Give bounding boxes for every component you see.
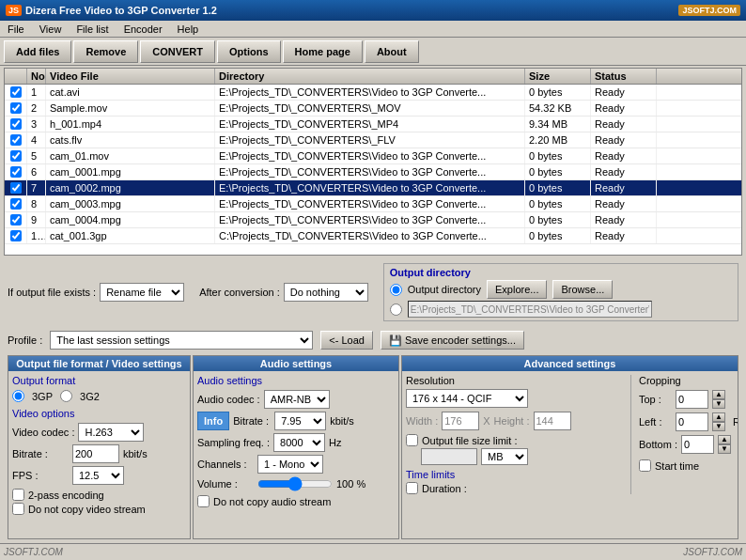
- after-conversion-select[interactable]: Do nothing Open file Shutdown: [284, 283, 368, 302]
- time-limits-label: Time limits: [406, 469, 627, 480]
- audio-codec-label: Audio codec :: [197, 394, 260, 405]
- row-directory: E:\Projects_TD\_CONVERTERS\_MOV: [215, 101, 525, 116]
- convert-button[interactable]: CONVERT: [140, 40, 215, 63]
- table-row[interactable]: 5 cam_01.mov E:\Projects_TD\_CONVERTERS\…: [5, 148, 741, 164]
- table-row[interactable]: 4 cats.flv E:\Projects_TD\_CONVERTERS\_F…: [5, 132, 741, 148]
- bottom-down-btn[interactable]: ▼: [718, 444, 731, 454]
- table-row[interactable]: 9 cam_0004.mpg E:\Projects_TD\_CONVERTER…: [5, 212, 741, 228]
- width-input[interactable]: [442, 412, 479, 430]
- row-checkbox[interactable]: [10, 230, 22, 241]
- table-row[interactable]: 2 Sample.mov E:\Projects_TD\_CONVERTERS\…: [5, 101, 741, 117]
- row-checkbox[interactable]: [10, 86, 22, 98]
- resolution-select[interactable]: 176 x 144 - QCIF 320 x 240 - QVGA 352 x …: [406, 389, 528, 408]
- duration-checkbox[interactable]: [406, 482, 418, 494]
- output-size-checkbox[interactable]: [406, 434, 418, 446]
- load-button[interactable]: <- Load: [320, 331, 373, 350]
- row-filename: cam_0004.mpg: [46, 212, 215, 227]
- duration-label: Duration :: [422, 483, 467, 494]
- bottom-input[interactable]: [681, 435, 714, 454]
- menu-filelist[interactable]: File list: [72, 23, 112, 36]
- top-input[interactable]: [676, 390, 708, 409]
- video-panel-title: Output file format / Video settings: [8, 356, 190, 371]
- options-button[interactable]: Options: [217, 40, 281, 63]
- row-status: Ready: [591, 85, 657, 100]
- row-filename: cam_0002.mpg: [46, 180, 215, 195]
- remove-button[interactable]: Remove: [73, 40, 138, 63]
- file-list-header: No Video File Directory Size Status: [5, 69, 741, 85]
- table-row[interactable]: 10 cat_001.3gp C:\Projects_TD\_CONVERTER…: [5, 228, 741, 244]
- bottom-up-btn[interactable]: ▲: [718, 435, 731, 444]
- volume-slider[interactable]: [257, 476, 333, 491]
- bottom-label: Bottom :: [639, 439, 677, 450]
- table-row[interactable]: 1 cat.avi E:\Projects_TD\_CONVERTERS\Vid…: [5, 85, 741, 101]
- info-button[interactable]: Info: [197, 412, 229, 430]
- menu-file[interactable]: File: [4, 23, 28, 36]
- output-size-input[interactable]: [421, 448, 477, 465]
- row-checkbox-cell: [5, 101, 27, 116]
- channels-select[interactable]: 1 - Mono 2 - Stereo: [257, 455, 323, 474]
- fps-select[interactable]: 12.5 15 25 30: [72, 466, 124, 485]
- toolbar: Add files Remove CONVERT Options Home pa…: [0, 38, 746, 66]
- sampling-label: Sampling freq. :: [197, 437, 270, 448]
- if-output-select[interactable]: Rename file Overwrite Skip: [100, 283, 184, 302]
- menu-encoder[interactable]: Encoder: [120, 23, 166, 36]
- save-encoder-button[interactable]: 💾 Save encoder settings...: [381, 331, 524, 350]
- output-dir-input[interactable]: [408, 301, 652, 318]
- bottom-section: If output file exists : Rename file Over…: [0, 257, 746, 543]
- bitrate-input[interactable]: [72, 444, 119, 463]
- row-checkbox[interactable]: [10, 182, 22, 194]
- profile-select[interactable]: The last session settings: [50, 331, 313, 350]
- left-input[interactable]: [676, 412, 708, 431]
- volume-label: Volume :: [197, 478, 254, 490]
- no-copy-audio-checkbox[interactable]: [197, 495, 210, 507]
- width-label: Width :: [406, 415, 438, 427]
- row-filename: cam_0003.mpg: [46, 196, 215, 211]
- row-checkbox[interactable]: [10, 134, 22, 146]
- table-row[interactable]: 8 cam_0003.mpg E:\Projects_TD\_CONVERTER…: [5, 196, 741, 212]
- row-filename: cam_01.mov: [46, 148, 215, 163]
- top-up-btn[interactable]: ▲: [712, 390, 725, 399]
- output-dir-radio2[interactable]: [390, 303, 402, 316]
- format-3g2-radio[interactable]: [60, 390, 72, 402]
- mb-select[interactable]: MB KB: [481, 448, 528, 465]
- audio-codec-select[interactable]: AMR-NB AAC MP3: [264, 390, 330, 409]
- output-dir-radio1[interactable]: [390, 284, 402, 296]
- table-row[interactable]: 6 cam_0001.mpg E:\Projects_TD\_CONVERTER…: [5, 164, 741, 180]
- row-checkbox[interactable]: [10, 198, 22, 210]
- table-row[interactable]: 3 h_001.mp4 E:\Projects_TD\_CONVERTERS\_…: [5, 117, 741, 132]
- row-checkbox-cell: [5, 180, 27, 195]
- row-checkbox[interactable]: [10, 150, 22, 162]
- menu-help[interactable]: Help: [174, 23, 203, 36]
- row-checkbox[interactable]: [10, 102, 22, 114]
- start-time-checkbox[interactable]: [639, 459, 651, 472]
- format-3gp-radio[interactable]: [12, 390, 24, 402]
- row-checkbox[interactable]: [10, 214, 22, 226]
- sampling-select[interactable]: 8000 16000 44100: [273, 433, 325, 452]
- video-options-label: Video options: [12, 408, 186, 419]
- height-input[interactable]: [534, 412, 571, 430]
- row-size: 0 bytes: [525, 212, 591, 227]
- menu-view[interactable]: View: [36, 23, 66, 36]
- row-checkbox-cell: [5, 212, 27, 227]
- bitrate-unit: kbit/s: [123, 448, 148, 459]
- video-codec-select[interactable]: H.263 H.264 MPEG-4: [78, 423, 144, 442]
- left-up-btn[interactable]: ▲: [712, 412, 725, 422]
- left-label: Left :: [639, 416, 672, 428]
- two-pass-checkbox[interactable]: [12, 489, 24, 501]
- add-files-button[interactable]: Add files: [4, 40, 71, 63]
- explore-button[interactable]: Explore...: [487, 280, 547, 299]
- row-no: 3: [27, 117, 46, 132]
- about-button[interactable]: About: [365, 40, 419, 63]
- row-checkbox[interactable]: [10, 166, 22, 178]
- browse-button[interactable]: Browse...: [552, 280, 613, 299]
- row-checkbox[interactable]: [10, 118, 22, 130]
- audio-bitrate-select[interactable]: 7.95 12.2: [274, 412, 326, 430]
- top-down-btn[interactable]: ▼: [712, 399, 725, 409]
- height-label: Height :: [494, 415, 530, 427]
- if-output-label: If output file exists :: [8, 287, 96, 298]
- homepage-button[interactable]: Home page: [283, 40, 363, 63]
- left-down-btn[interactable]: ▼: [712, 422, 725, 431]
- no-copy-video-checkbox[interactable]: [12, 503, 24, 515]
- table-row[interactable]: 7 cam_0002.mpg E:\Projects_TD\_CONVERTER…: [5, 180, 741, 196]
- no-copy-audio-label: Do not copy audio stream: [213, 496, 331, 507]
